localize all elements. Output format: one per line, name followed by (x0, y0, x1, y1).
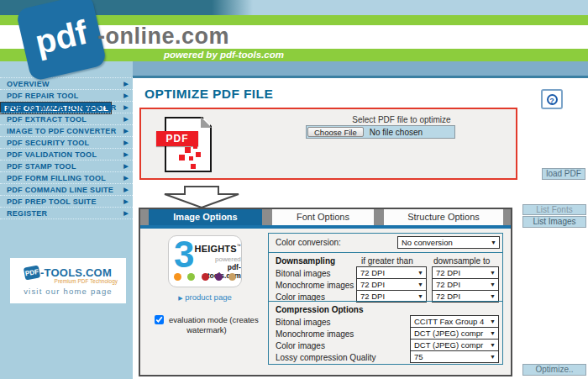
color-dot-icon (228, 273, 236, 281)
compression-bitonal-label: Bitonal images (276, 318, 331, 327)
color-conversion-select[interactable]: No conversion ▼ (397, 236, 500, 249)
pixel-decoration (196, 152, 201, 157)
chevron-right-icon: ▶ (123, 90, 129, 102)
tab-image-options[interactable]: Image Options (149, 209, 262, 225)
chevron-right-icon: ▶ (123, 196, 129, 208)
down-arrow-icon (163, 186, 240, 208)
sidebar-item-label: PDF EXTRACT TOOL (7, 115, 87, 124)
sidebar-item-image-to-pdf-converter[interactable]: IMAGE TO PDF CONVERTER▶ (0, 125, 133, 137)
load-pdf-button[interactable]: load PDF (542, 168, 585, 180)
evaluation-mode-checkbox[interactable] (155, 315, 164, 324)
dropdown-arrow-icon: ▼ (490, 270, 496, 276)
trademark-symbol: ™ (237, 243, 241, 248)
dropdown-arrow-icon: ▼ (490, 293, 496, 299)
downsample-to-header: downsample to (433, 256, 490, 266)
sidebar-item-label: PDF PREP TOOL SUITE (7, 197, 97, 206)
tab-bar: Image Options Font Options Structure Opt… (140, 209, 511, 225)
dropdown-arrow-icon: ▼ (490, 330, 496, 336)
sidebar-item-pdf-validation-tool[interactable]: PDF VALIDATION TOOL▶ (0, 149, 133, 161)
compression-options-box: Compression Options Bitonal images CCITT… (268, 301, 503, 365)
pdf-tools-home-link[interactable]: PDF -TOOLS.COM Premium PDF Technology vi… (10, 258, 126, 303)
sidebar: OVERVIEW▶ PDF REPAIR TOOL▶ PDF OPTIMIZAT… (0, 61, 133, 379)
sidebar-item-pdf-command-line-suite[interactable]: PDF COMMAND LINE SUITE▶ (0, 184, 133, 196)
sidebar-item-pdf-form-filling-tool[interactable]: PDF FORM FILLING TOOL▶ (0, 172, 133, 184)
evaluation-mode-row: evaluation mode (creates watermark) (147, 315, 266, 335)
site-logo-text[interactable]: -online.com (97, 24, 229, 49)
tab-font-options[interactable]: Font Options (272, 209, 374, 225)
sidebar-item-pdf-prep-tool-suite[interactable]: PDF PREP TOOL SUITE▶ (0, 196, 133, 208)
three-heights-badge: 3 HEIGHTS™ powered pdf-tools.com (168, 235, 242, 287)
select-value: DCT (JPEG) compr (414, 329, 483, 338)
pdf-tools-subtitle: Premium PDF Technology (55, 278, 118, 284)
product-page-link[interactable]: ▶ product page (168, 292, 242, 302)
sidebar-item-pdf-to-image-converter[interactable]: PDF TO IMAGE CONVERTER▶ (0, 102, 133, 113)
active-tab-underline (140, 225, 511, 229)
select-file-label: Select PDF file to optimize (288, 115, 515, 124)
pixel-decoration (191, 164, 196, 169)
pdf-online-page: pdf -online.com powered by pdf-tools.com… (0, 0, 588, 379)
dropdown-arrow-icon: ▼ (490, 342, 496, 348)
bitonal-if-greater-select[interactable]: 72 DPI▼ (356, 266, 427, 279)
dropdown-arrow-icon: ▼ (417, 293, 423, 299)
optimize-button[interactable]: Optimize.. (522, 364, 586, 376)
compression-bitonal-select[interactable]: CCITT Fax Group 4▼ (410, 315, 499, 328)
select-value: 72 DPI (360, 292, 385, 301)
sidebar-item-pdf-stamp-tool[interactable]: PDF STAMP TOOL▶ (0, 161, 133, 172)
compression-monochrome-select[interactable]: DCT (JPEG) compr▼ (410, 327, 499, 340)
dropdown-arrow-icon: ▼ (417, 270, 423, 276)
select-value: 72 DPI (436, 292, 460, 301)
list-images-button[interactable]: List Images (522, 216, 586, 228)
dropdown-arrow-icon: ▼ (417, 282, 423, 287)
chevron-right-icon: ▶ (123, 172, 129, 184)
color-dot-icon (202, 273, 209, 281)
help-button[interactable]: ? (541, 89, 563, 109)
select-value: 72 DPI (360, 268, 385, 277)
dropdown-arrow-icon: ▼ (491, 240, 496, 245)
pdf-tools-logo-icon: PDF (24, 265, 40, 280)
page-fold-cut (202, 116, 213, 127)
content-header-band (133, 61, 588, 78)
sidebar-item-label: REGISTER (7, 209, 47, 218)
sidebar-item-pdf-repair-tool[interactable]: PDF REPAIR TOOL▶ (0, 90, 133, 102)
sidebar-item-label: OVERVIEW (7, 80, 50, 88)
select-value: CCITT Fax Group 4 (414, 317, 484, 326)
evaluation-mode-label: evaluation mode (creates watermark) (169, 315, 259, 334)
compression-color-select[interactable]: DCT (JPEG) compr▼ (410, 339, 499, 351)
select-value: 72 DPI (360, 280, 385, 289)
tab-structure-options[interactable]: Structure Options (384, 209, 503, 225)
pdf-tools-logo-text: -TOOLS.COM (40, 266, 112, 279)
list-fonts-button[interactable]: List Fonts (522, 204, 586, 215)
compression-options-title: Compression Options (276, 305, 363, 314)
dropdown-arrow-icon: ▼ (490, 318, 496, 324)
sidebar-item-register[interactable]: REGISTER▶ (0, 208, 133, 219)
lossy-quality-select[interactable]: 75▼ (410, 350, 499, 363)
choose-file-button[interactable]: Choose File (307, 127, 364, 137)
select-value: 72 DPI (436, 280, 460, 289)
color-dot-icon (174, 273, 181, 281)
sidebar-item-pdf-extract-tool[interactable]: PDF EXTRACT TOOL▶ (0, 113, 133, 125)
bitonal-images-label: Bitonal images (276, 269, 331, 278)
chevron-right-icon: ▶ (123, 113, 129, 125)
pixel-decoration (189, 156, 193, 161)
select-value: No conversion (402, 238, 453, 247)
compression-color-label: Color images (276, 341, 325, 350)
sidebar-item-pdf-security-tool[interactable]: PDF SECURITY TOOL▶ (0, 137, 133, 149)
monochrome-if-greater-select[interactable]: 72 DPI▼ (356, 278, 427, 291)
product-page-link-label: product page (185, 292, 231, 302)
select-value: 75 (414, 352, 423, 361)
triangle-right-icon: ▶ (178, 295, 182, 301)
bitonal-downsample-to-select[interactable]: 72 DPI▼ (432, 266, 499, 279)
monochrome-downsample-to-select[interactable]: 72 DPI▼ (432, 278, 499, 291)
pixel-decoration (185, 147, 191, 153)
downsampling-box: Downsampling if greater than downsample … (268, 252, 503, 302)
chevron-right-icon: ▶ (123, 149, 129, 161)
badge-heights-text: HEIGHTS (194, 244, 236, 254)
visit-home-link[interactable]: visit our home page (24, 287, 113, 296)
color-dot-icon (215, 273, 223, 281)
if-greater-than-header: if greater than (361, 256, 413, 266)
options-panel: Image Options Font Options Structure Opt… (139, 208, 512, 376)
pixel-decoration (193, 145, 197, 149)
sidebar-item-label: PDF TO IMAGE CONVERTER (7, 103, 116, 112)
sidebar-item-overview[interactable]: OVERVIEW▶ (0, 78, 133, 90)
file-input[interactable]: Choose File No file chosen (306, 125, 455, 139)
